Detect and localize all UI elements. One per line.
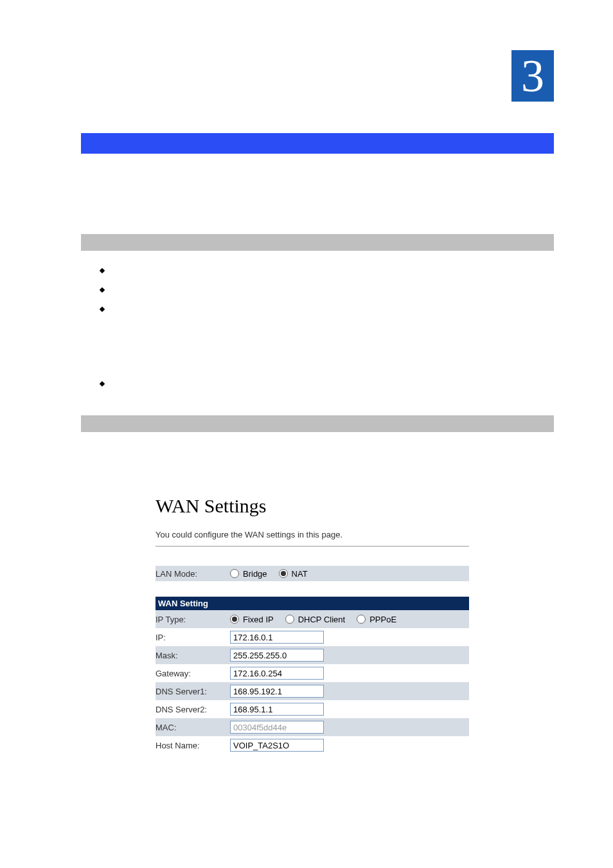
ip-label: IP: [155,633,230,642]
mac-label: MAC: [155,723,230,732]
screenshot-subtitle: You could configure the WAN settings in … [155,530,469,547]
mask-label: Mask: [155,651,230,660]
mac-row: MAC: [155,718,469,736]
chapter-badge: 3 [511,50,554,102]
gateway-row: Gateway: [155,664,469,682]
wan-setting-header: WAN Setting [155,597,469,610]
page: 3 WAN Settings You could configure the W… [0,0,613,868]
ip-row: IP: [155,628,469,646]
ip-input[interactable] [230,631,324,644]
gateway-label: Gateway: [155,669,230,678]
mask-row: Mask: [155,646,469,664]
ip-type-options: Fixed IP DHCP Client PPPoE [230,615,469,624]
host-input[interactable] [230,739,324,752]
ip-type-row: IP Type: Fixed IP DHCP Client PPPoE [155,610,469,628]
bullet-icon [100,287,105,293]
bullet-group-2 [100,382,104,386]
ip-type-label: IP Type: [155,615,230,624]
radio-nat[interactable] [279,569,288,578]
wan-settings-screenshot: WAN Settings You could configure the WAN… [155,495,469,754]
bullet-group-1 [100,269,104,327]
gateway-input[interactable] [230,667,324,680]
lan-mode-options: Bridge NAT [230,569,308,579]
mask-input[interactable] [230,649,324,662]
radio-dhcp[interactable] [285,615,294,624]
lan-mode-row: LAN Mode: Bridge NAT [155,566,469,581]
bullet-icon [100,381,105,386]
chapter-number: 3 [521,53,544,99]
radio-nat-label: NAT [292,569,308,579]
dns1-input[interactable] [230,685,324,698]
screenshot-title: WAN Settings [155,495,469,517]
radio-pppoe-label: PPPoE [369,615,396,624]
host-row: Host Name: [155,736,469,754]
dns1-label: DNS Server1: [155,687,230,696]
subheading-bar-2 [81,415,554,432]
radio-fixed-ip[interactable] [230,615,239,624]
radio-fixed-ip-label: Fixed IP [243,615,274,624]
radio-dhcp-label: DHCP Client [298,615,345,624]
radio-bridge[interactable] [230,569,239,578]
dns2-label: DNS Server2: [155,705,230,714]
bullet-icon [100,268,105,273]
mac-input [230,721,324,734]
dns2-input[interactable] [230,703,324,716]
subheading-bar-1 [81,234,554,251]
lan-mode-label: LAN Mode: [155,569,230,579]
dns1-row: DNS Server1: [155,682,469,700]
dns2-row: DNS Server2: [155,700,469,718]
radio-pppoe[interactable] [357,615,366,624]
heading-bar-blue [81,133,554,154]
bullet-icon [100,307,105,312]
radio-bridge-label: Bridge [243,569,267,579]
host-label: Host Name: [155,741,230,750]
